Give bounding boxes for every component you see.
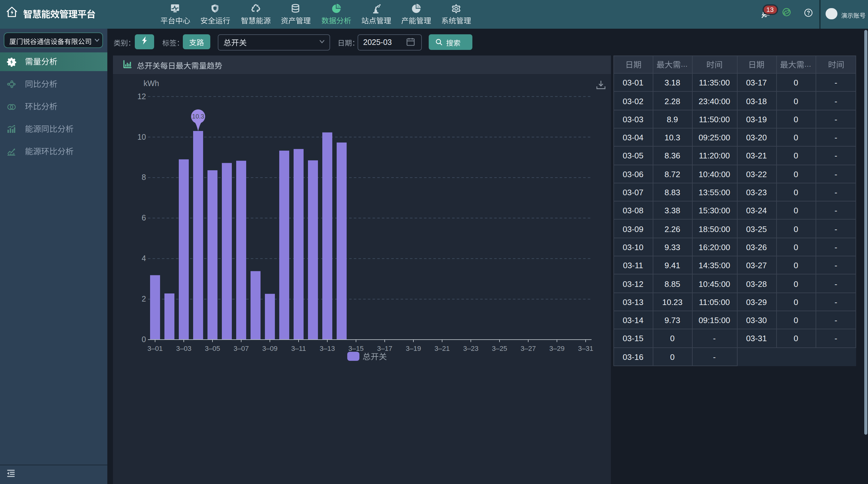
svg-text:3–05: 3–05 — [205, 345, 220, 352]
svg-text:3–17: 3–17 — [377, 345, 393, 352]
svg-text:3–01: 3–01 — [148, 345, 163, 352]
svg-text:10.3: 10.3 — [192, 113, 204, 120]
svg-text:3–21: 3–21 — [435, 345, 450, 352]
svg-text:3–11: 3–11 — [291, 345, 306, 352]
svg-text:10: 10 — [137, 133, 146, 141]
svg-text:6: 6 — [142, 213, 146, 222]
svg-text:3–19: 3–19 — [406, 345, 421, 352]
svg-text:3–07: 3–07 — [234, 345, 249, 352]
svg-text:kWh: kWh — [144, 79, 159, 88]
svg-text:0: 0 — [142, 335, 146, 344]
svg-text:3–15: 3–15 — [348, 345, 364, 352]
svg-text:3–31: 3–31 — [578, 345, 593, 352]
svg-text:4: 4 — [142, 254, 146, 263]
svg-text:3–09: 3–09 — [262, 345, 278, 352]
svg-text:3–25: 3–25 — [492, 345, 507, 352]
svg-text:3–03: 3–03 — [176, 345, 192, 352]
svg-text:8: 8 — [142, 173, 146, 182]
svg-text:2: 2 — [142, 294, 146, 303]
svg-text:3–27: 3–27 — [521, 345, 536, 352]
svg-text:3–23: 3–23 — [463, 345, 478, 352]
svg-text:12: 12 — [137, 92, 146, 101]
svg-text:3–13: 3–13 — [320, 345, 335, 352]
svg-text:3–29: 3–29 — [550, 345, 565, 352]
